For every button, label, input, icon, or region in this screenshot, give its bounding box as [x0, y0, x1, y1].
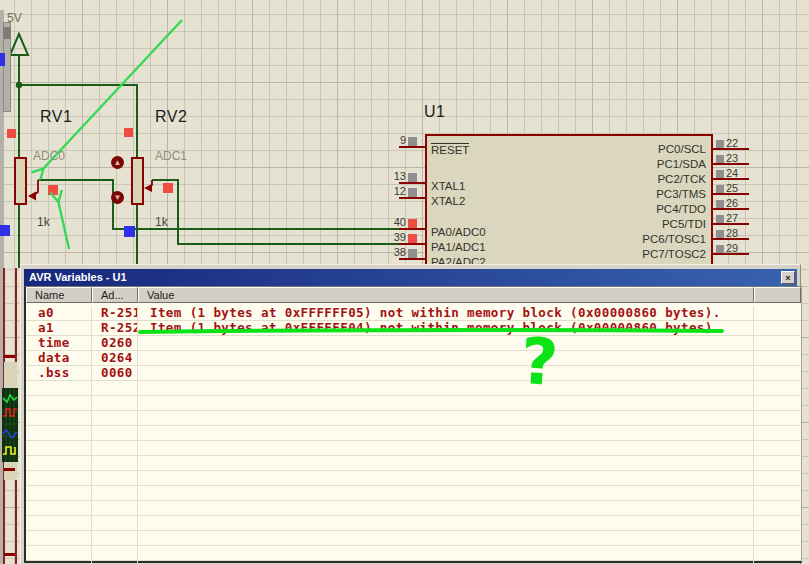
wire-rv2-wiper-to-pa1: [152, 180, 399, 244]
empty-row[interactable]: [26, 546, 801, 561]
column-header-name[interactable]: Name: [26, 287, 92, 303]
cell-c4: [754, 411, 801, 425]
close-button[interactable]: ×: [781, 271, 795, 284]
cell-c2: 0260: [92, 336, 138, 350]
pin-label-39: PA1/ADC1: [431, 241, 486, 253]
pin-state-square-29: [716, 245, 724, 253]
empty-row[interactable]: [26, 456, 801, 471]
cell-c3: [138, 501, 754, 515]
column-header-value[interactable]: Value: [138, 287, 754, 303]
cell-c3: [138, 516, 754, 530]
cell-c1: [26, 396, 92, 410]
cell-c4: [754, 321, 801, 335]
window-titlebar[interactable]: AVR Variables - U1: [24, 269, 797, 286]
cell-c4: [754, 486, 801, 500]
left-pin-tick-2: [4, 468, 15, 471]
pot-adjust-down-button[interactable]: ▼: [111, 191, 124, 204]
rv2-body[interactable]: [131, 157, 144, 205]
variable-row-a0[interactable]: a0R-251Item (1 bytes at 0xFFFFFF05) not …: [26, 306, 801, 321]
pin-state-square-39: [408, 234, 417, 243]
empty-row[interactable]: [26, 426, 801, 441]
pin-label-27: PC5/TDI: [555, 218, 706, 230]
table-header-row: Name Ad... Value: [26, 287, 801, 303]
empty-row[interactable]: [26, 381, 801, 396]
pin-name-text: PA0/ADC0: [431, 226, 486, 238]
pin-number-25: 25: [726, 182, 738, 194]
cell-c2: [92, 546, 138, 560]
pin-label-28: PC6/TOSC1: [555, 233, 706, 245]
empty-row[interactable]: [26, 441, 801, 456]
rv1-wiper-arrow-icon: [28, 180, 38, 201]
cell-c1: [26, 501, 92, 515]
empty-row[interactable]: [26, 531, 801, 546]
rv1-body[interactable]: [14, 157, 27, 205]
cell-c1: a0: [26, 306, 92, 320]
empty-row[interactable]: [26, 486, 801, 501]
cell-c1: a1: [26, 321, 92, 335]
cell-c3: [138, 471, 754, 485]
pin-state-square-25: [716, 185, 724, 193]
cell-c2: 0060: [92, 366, 138, 380]
pot-adjust-up-button[interactable]: ▲: [111, 156, 124, 169]
cell-c3: [138, 366, 754, 380]
pin-state-square-22: [716, 140, 724, 148]
cell-c3: [138, 546, 754, 560]
cell-c4: [754, 501, 801, 515]
junction-dot: [16, 82, 22, 88]
rv1-ref-label: RV1: [40, 108, 72, 126]
rv2-value-label: 1k: [155, 215, 168, 229]
cell-c3: [138, 426, 754, 440]
cell-c2: [92, 471, 138, 485]
pin-number-39: 39: [374, 231, 406, 243]
rv2-wiper-arrow-icon: [144, 180, 152, 192]
cell-c3: [138, 441, 754, 455]
empty-row[interactable]: [26, 501, 801, 516]
cell-c2: [92, 516, 138, 530]
pin-state-square-28: [716, 230, 724, 238]
cell-c3: [138, 351, 754, 365]
cell-c4: [754, 426, 801, 440]
wire-5v-rv2: [19, 85, 137, 157]
cell-c1: data: [26, 351, 92, 365]
pin-number-22: 22: [726, 137, 738, 149]
pin-state-square-12: [408, 188, 417, 197]
empty-row[interactable]: [26, 471, 801, 486]
variable-row-data[interactable]: data0264: [26, 351, 801, 366]
cell-c3: Item (1 bytes at 0xFFFFFF04) not within …: [138, 321, 754, 335]
pin-name-text: XTAL1: [431, 180, 465, 192]
empty-row[interactable]: [26, 396, 801, 411]
variable-row-time[interactable]: time0260: [26, 336, 801, 351]
pin-number-28: 28: [726, 227, 738, 239]
pin-state-square-13: [408, 173, 417, 182]
cell-c3: [138, 396, 754, 410]
cell-c3: [138, 381, 754, 395]
window-title: AVR Variables - U1: [24, 269, 797, 286]
cell-c1: [26, 456, 92, 470]
cell-c1: [26, 381, 92, 395]
rv1-value-label: 1k: [37, 215, 50, 229]
pin-label-24: PC2/TCK: [555, 173, 706, 185]
empty-row[interactable]: [26, 411, 801, 426]
pin-label-29: PC7/TOSC2: [555, 248, 706, 260]
pin-state-square-26: [716, 200, 724, 208]
pin-state-square-9: [408, 137, 417, 146]
variable-row-a1[interactable]: a1R-252Item (1 bytes at 0xFFFFFF04) not …: [26, 321, 801, 336]
cell-c4: [754, 381, 801, 395]
pin-label-23: PC1/SDA: [555, 158, 706, 170]
pin-number-27: 27: [726, 212, 738, 224]
rv1-net-label: ADC0: [33, 149, 65, 163]
cell-c1: [26, 486, 92, 500]
oscilloscope-thumbnail[interactable]: [2, 388, 18, 462]
column-header-addr[interactable]: Ad...: [92, 287, 138, 303]
cell-c4: [754, 336, 801, 350]
rv1-wiper-pin-square: [48, 185, 58, 195]
pin-state-square-24: [716, 170, 724, 178]
cell-c4: [754, 531, 801, 545]
pin-name-text: PA1/ADC1: [431, 241, 486, 253]
pin-number-24: 24: [726, 167, 738, 179]
left-toolbar-block: [3, 27, 11, 39]
empty-row[interactable]: [26, 516, 801, 531]
table-body: a0R-251Item (1 bytes at 0xFFFFFF05) not …: [26, 303, 801, 564]
cell-c2: 0264: [92, 351, 138, 365]
variable-row-bss[interactable]: .bss0060: [26, 366, 801, 381]
